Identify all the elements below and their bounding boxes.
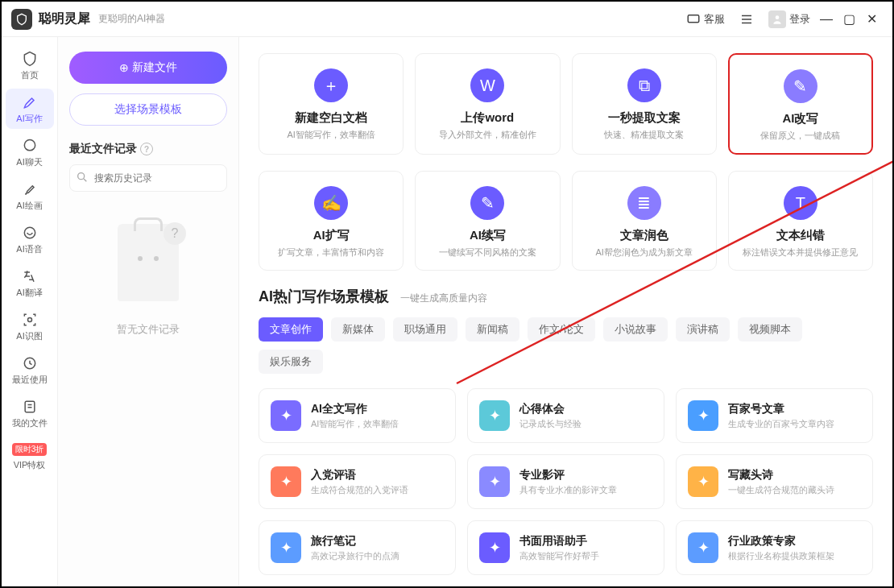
sidebar-item-myfiles[interactable]: 我的文件 xyxy=(6,393,54,433)
chat-bubble-icon xyxy=(21,137,39,155)
help-icon[interactable]: ? xyxy=(140,143,153,155)
close-button[interactable]: ✕ xyxy=(860,11,883,27)
svg-rect-6 xyxy=(25,401,35,412)
template-card-1[interactable]: ✦心得体会记录成长与经验 xyxy=(467,388,664,443)
feature-icon: ✎ xyxy=(470,186,504,220)
template-icon: ✦ xyxy=(271,400,301,431)
app-title: 聪明灵犀 xyxy=(39,10,90,27)
svg-point-3 xyxy=(24,227,35,238)
minimize-button[interactable]: — xyxy=(815,12,838,27)
feature-title: 上传word xyxy=(424,110,551,126)
template-icon: ✦ xyxy=(271,532,301,563)
feature-card-3[interactable]: ✎AI改写保留原义，一键成稿 xyxy=(728,53,873,155)
feature-card-4[interactable]: ✍AI扩写扩写文章，丰富情节和内容 xyxy=(259,171,404,271)
template-title: 行业政策专家 xyxy=(728,534,834,549)
translate-icon xyxy=(21,267,39,285)
feature-icon: T xyxy=(784,186,817,220)
sidebar-item-ai-chat[interactable]: AI聊天 xyxy=(6,132,54,172)
feature-icon: ✍ xyxy=(314,186,348,220)
svg-point-1 xyxy=(776,15,780,19)
sidebar-item-vip[interactable]: 限时3折 VIP特权 xyxy=(6,437,54,477)
template-desc: AI智能写作，效率翻倍 xyxy=(311,418,399,430)
sidebar-item-ai-write[interactable]: AI写作 xyxy=(6,89,54,129)
clock-icon xyxy=(21,354,39,372)
tab-1[interactable]: 新媒体 xyxy=(331,317,385,342)
pen-icon xyxy=(21,93,39,111)
feature-card-6[interactable]: ≣文章润色AI帮您润色为成为新文章 xyxy=(572,171,717,271)
template-icon: ✦ xyxy=(688,466,718,497)
scene-section-title: AI热门写作场景模板 xyxy=(259,287,389,306)
feature-desc: 导入外部文件，精准创作 xyxy=(424,129,551,141)
feature-icon: ⧉ xyxy=(627,68,661,102)
template-title: 百家号文章 xyxy=(728,402,834,416)
maximize-button[interactable]: ▢ xyxy=(838,11,860,27)
menu-button[interactable] xyxy=(735,9,759,30)
template-desc: 生成专业的百家号文章内容 xyxy=(728,418,834,430)
new-file-button[interactable]: ⊕ 新建文件 xyxy=(69,52,227,84)
sidebar-item-ai-paint[interactable]: AI绘画 xyxy=(6,176,54,216)
template-icon: ✦ xyxy=(688,400,718,431)
template-card-6[interactable]: ✦旅行笔记高效记录旅行中的点滴 xyxy=(259,520,456,575)
template-card-3[interactable]: ✦入党评语生成符合规范的入党评语 xyxy=(259,454,456,509)
template-desc: 高效智能写作好帮手 xyxy=(519,550,599,562)
template-card-5[interactable]: ✦写藏头诗一键生成符合规范的藏头诗 xyxy=(676,454,873,509)
feature-icon: ✎ xyxy=(784,69,817,103)
template-icon: ✦ xyxy=(479,466,510,497)
feature-title: 文章润色 xyxy=(581,228,708,243)
tab-3[interactable]: 新闻稿 xyxy=(466,317,519,342)
login-button[interactable]: 登录 xyxy=(764,7,815,31)
scan-icon xyxy=(21,311,39,329)
feature-card-5[interactable]: ✎AI续写一键续写不同风格的文案 xyxy=(415,171,560,271)
sidebar-item-ai-voice[interactable]: AI语音 xyxy=(6,219,54,259)
template-card-2[interactable]: ✦百家号文章生成专业的百家号文章内容 xyxy=(676,388,873,443)
feature-desc: 一键续写不同风格的文案 xyxy=(424,246,551,259)
sidebar-item-recent[interactable]: 最近使用 xyxy=(6,350,54,390)
tab-0[interactable]: 文章创作 xyxy=(259,317,323,342)
chat-icon xyxy=(686,12,701,27)
template-desc: 记录成长与经验 xyxy=(519,418,582,430)
scene-section-subtitle: 一键生成高质量内容 xyxy=(400,292,487,305)
sidebar-item-home[interactable]: 首页 xyxy=(6,45,54,85)
feature-card-7[interactable]: T文本纠错标注错误文本并提供修正意见 xyxy=(728,171,873,271)
tab-7[interactable]: 视频脚本 xyxy=(738,317,802,342)
sidebar-item-ai-translate[interactable]: AI翻译 xyxy=(6,263,54,303)
tab-2[interactable]: 职场通用 xyxy=(393,317,457,342)
template-card-7[interactable]: ✦书面用语助手高效智能写作好帮手 xyxy=(467,520,664,575)
tab-5[interactable]: 小说故事 xyxy=(603,317,668,342)
feature-card-0[interactable]: ＋新建空白文档AI智能写作，效率翻倍 xyxy=(259,53,404,155)
tab-8[interactable]: 娱乐服务 xyxy=(259,350,323,374)
svg-point-4 xyxy=(27,317,31,321)
app-subtitle: 更聪明的AI神器 xyxy=(98,12,165,26)
vip-discount-badge: 限时3折 xyxy=(12,443,48,456)
feature-icon: ≣ xyxy=(627,186,661,220)
template-icon: ✦ xyxy=(479,400,510,431)
feature-title: AI扩写 xyxy=(267,228,395,243)
search-icon xyxy=(76,171,89,187)
template-card-8[interactable]: ✦行业政策专家根据行业名称提供政策框架 xyxy=(676,520,873,575)
feature-desc: AI智能写作，效率翻倍 xyxy=(267,129,395,141)
template-card-0[interactable]: ✦AI全文写作AI智能写作，效率翻倍 xyxy=(259,388,456,443)
feature-title: AI续写 xyxy=(424,228,551,243)
feature-icon: ＋ xyxy=(314,68,348,102)
plus-icon: ⊕ xyxy=(119,61,129,74)
template-desc: 具有专业水准的影评文章 xyxy=(519,484,617,496)
tab-6[interactable]: 演讲稿 xyxy=(676,317,730,342)
template-title: 入党评语 xyxy=(311,468,408,482)
feature-desc: 标注错误文本并提供修正意见 xyxy=(737,246,864,259)
empty-state: ? 暂无文件记录 xyxy=(69,224,227,337)
voice-icon xyxy=(21,224,39,242)
select-template-button[interactable]: 选择场景模板 xyxy=(69,93,227,126)
menu-icon xyxy=(739,12,754,27)
template-card-4[interactable]: ✦专业影评具有专业水准的影评文章 xyxy=(467,454,664,509)
template-desc: 生成符合规范的入党评语 xyxy=(311,484,408,496)
template-title: 书面用语助手 xyxy=(519,534,599,549)
feature-desc: 保留原义，一键成稿 xyxy=(738,130,863,142)
sidebar-item-ai-vision[interactable]: AI识图 xyxy=(6,306,54,346)
tab-4[interactable]: 作文/论文 xyxy=(528,317,595,342)
template-title: 旅行笔记 xyxy=(311,534,399,549)
feature-card-2[interactable]: ⧉一秒提取文案快速、精准提取文案 xyxy=(572,53,717,155)
template-title: AI全文写作 xyxy=(311,402,399,416)
customer-service-button[interactable]: 客服 xyxy=(681,9,730,30)
feature-card-1[interactable]: W上传word导入外部文件，精准创作 xyxy=(415,53,560,155)
search-input[interactable] xyxy=(69,164,227,192)
